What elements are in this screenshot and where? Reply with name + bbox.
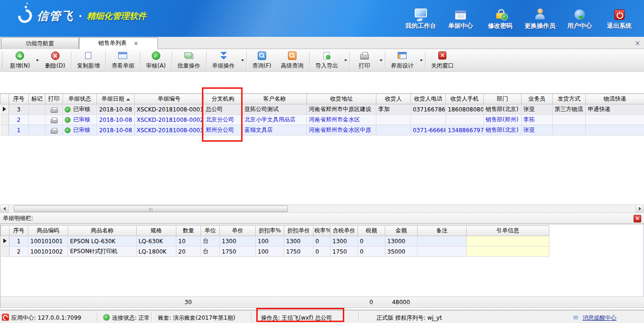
col-salesman[interactable]: 业务员 (522, 94, 553, 104)
dcol-tax-rate[interactable]: 税率% (313, 226, 331, 236)
toolbar-ui-design-button[interactable]: 界面设计 (386, 49, 418, 71)
col-no[interactable]: 单据编号 (135, 94, 204, 104)
dcol-discount-price[interactable]: 折扣单价 (284, 226, 313, 236)
toolbar-separator (172, 51, 172, 69)
toolbar-copy-button[interactable]: 复制新增 (72, 49, 104, 71)
toolbar-add-button[interactable]: 新增(N) (5, 49, 35, 71)
detail-row[interactable]: 1 100101001 EPSON LQ-630K LQ-630K 10 台 1… (1, 236, 549, 246)
tab-sales-order-list[interactable]: 销售单列表 (79, 37, 158, 49)
license-status: 正式版 授权序列号: wj_yt (376, 314, 442, 322)
col-consignee[interactable]: 收货人 (376, 94, 411, 104)
dcol-code[interactable]: 商品编码 (28, 226, 68, 236)
dcol-tax[interactable]: 税额 (358, 226, 385, 236)
detail-row[interactable]: 2 100101002 EPSON针式打印机 LQ-1800K 20 台 175… (1, 246, 549, 257)
dcol-spec[interactable]: 规格 (137, 226, 176, 236)
toolbar-import-export-button[interactable]: 导入导出 (311, 49, 343, 71)
toolbar-doc-ops-button[interactable]: 单据操作 (208, 49, 240, 71)
copy-icon (85, 52, 91, 59)
dcol-unit[interactable]: 单位 (201, 226, 220, 236)
app-logo-icon (16, 7, 35, 26)
row-indicator-header (0, 94, 9, 104)
col-branch[interactable]: 分支机构 (204, 94, 243, 104)
total-amount: 48000 (385, 297, 417, 307)
scroll-right-icon[interactable] (635, 205, 644, 212)
nav-my-workbench[interactable]: 我的工作台 (401, 6, 441, 30)
toolbar-separator (309, 51, 310, 69)
detail-close-icon[interactable] (634, 215, 641, 222)
col-mark[interactable]: 标记 (29, 94, 45, 104)
col-phone[interactable]: 收货人电话 (411, 94, 446, 104)
table-header-row: 序号 标记 打印 单据状态 单据日期 单据编号 分支机构 客户名称 收货地址 收… (0, 94, 644, 104)
operator-status: 操作员: 王信飞(wxf) 总公司 (261, 314, 332, 322)
tab-close-icon[interactable] (133, 40, 139, 46)
table-row[interactable]: 3 已审核 2018-10-08 XSCKD-20181008-0001 总公司… (0, 104, 644, 115)
toolbar-separator (425, 51, 426, 69)
app-center-icon (2, 314, 9, 321)
toolbar-grip[interactable] (1, 52, 4, 68)
nav-switch-operator[interactable]: 更换操作员 (520, 6, 560, 30)
tab-strip: 功能导航窗 销售单列表 (0, 37, 644, 49)
table-row[interactable]: 1 已审核 2018-10-08 XSCKD-20181008-0003 郑州分… (0, 125, 644, 136)
printer-icon[interactable] (51, 109, 58, 113)
horizontal-scrollbar[interactable] (0, 204, 644, 213)
table-row[interactable]: 2 已审核 2018-10-08 XSCKD-20181008-0002 北京分… (0, 115, 644, 125)
ui-design-dropdown-arrow[interactable] (418, 49, 424, 71)
print-dropdown-arrow[interactable] (378, 49, 384, 71)
panel-close-icon[interactable] (635, 39, 640, 47)
col-seq[interactable]: 序号 (9, 94, 29, 104)
change-password-icon (496, 13, 505, 19)
dcol-name[interactable]: 商品名称 (68, 226, 137, 236)
sales-order-table: 序号 标记 打印 单据状态 单据日期 单据编号 分支机构 客户名称 收货地址 收… (0, 94, 644, 204)
tab-function-nav[interactable]: 功能导航窗 (1, 37, 79, 49)
col-dept[interactable]: 部门 (484, 94, 522, 104)
dcol-qty[interactable]: 数量 (176, 226, 201, 236)
printer-icon[interactable] (51, 129, 58, 134)
import-export-dropdown-arrow[interactable] (343, 49, 348, 71)
toolbar-query-button[interactable]: 查询(F) (248, 49, 276, 71)
app-window: 信管飞 · 精细化管理软件 我的工作台 单据中心 修改密码 更换操作员 (0, 0, 644, 323)
message-center-link[interactable]: 消息提醒中心 (583, 314, 617, 322)
query-icon (258, 51, 266, 60)
toolbar-adv-query-button[interactable]: 高级查询 (276, 49, 308, 71)
scrollbar-thumb[interactable] (14, 205, 288, 212)
col-mobile[interactable]: 收货人手机 (446, 94, 484, 104)
toolbar-audit-button[interactable]: 审核(A) (141, 49, 171, 71)
dcol-price[interactable]: 单价 (220, 226, 256, 236)
dcol-amount[interactable]: 金额 (385, 226, 418, 236)
doc-ops-dropdown-arrow[interactable] (240, 49, 245, 71)
col-print[interactable]: 打印 (45, 94, 63, 104)
toolbar-view-doc-button[interactable]: 查看单据 (107, 49, 139, 71)
approved-status-icon (65, 117, 70, 123)
col-address[interactable]: 收货地址 (307, 94, 376, 104)
toolbar: 新增(N) 删除(D) 复制新增 查看单据 审核(A) 批量操作 (0, 49, 644, 72)
dcol-seq[interactable]: 序号 (9, 226, 28, 236)
dcol-note[interactable]: 备注 (418, 226, 467, 236)
printer-icon[interactable] (51, 119, 58, 123)
app-header: 信管飞 · 精细化管理软件 我的工作台 单据中心 修改密码 更换操作员 (0, 0, 644, 37)
document-center-icon (455, 10, 466, 20)
col-date[interactable]: 单据日期 (97, 94, 135, 104)
toolbar-separator (349, 51, 350, 69)
nav-document-center[interactable]: 单据中心 (441, 6, 480, 30)
nav-change-password[interactable]: 修改密码 (480, 6, 520, 30)
detail-header-row: 序号 商品编码 商品名称 规格 数量 单位 单价 折扣率% 折扣单价 税率% 含… (1, 226, 549, 236)
col-ship[interactable]: 发货方式 (553, 94, 586, 104)
col-logistics[interactable]: 物流快递 (586, 94, 644, 104)
dcol-tax-price[interactable]: 含税单价 (331, 226, 358, 236)
col-status[interactable]: 单据状态 (63, 94, 97, 104)
nav-exit-system[interactable]: 退出系统 (600, 6, 639, 30)
toolbar-batch-ops-button[interactable]: 批量操作 (173, 49, 205, 71)
dcol-discount-rate[interactable]: 折扣率% (256, 226, 284, 236)
toolbar-delete-button[interactable]: 删除(D) (40, 49, 70, 71)
detail-table: 序号 商品编码 商品名称 规格 数量 单位 单价 折扣率% 折扣单价 税率% 含… (0, 225, 549, 257)
dcol-ref[interactable]: 引单信息 (467, 226, 549, 236)
toolbar-close-window-button[interactable]: 关闭窗口 (426, 49, 459, 71)
col-customer[interactable]: 客户名称 (243, 94, 307, 104)
audit-icon (152, 51, 160, 60)
toolbar-print-button[interactable]: 打印 (351, 49, 378, 71)
detail-panel-title: 单据明细栏: (3, 214, 33, 222)
scroll-left-icon[interactable] (0, 205, 9, 212)
close-window-icon (438, 51, 446, 60)
nav-user-center[interactable]: 用户中心 (560, 6, 600, 30)
add-dropdown-arrow[interactable] (35, 49, 40, 71)
